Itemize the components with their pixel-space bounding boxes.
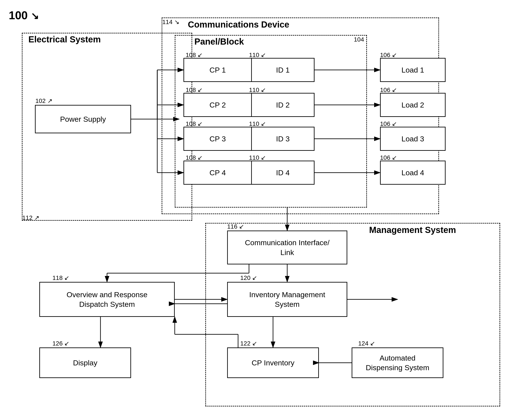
display-box: Display [39,347,131,378]
id3-box: ID 3 [251,127,315,151]
cp1-label: CP 1 [209,65,226,75]
figure-arrow: ↘ [31,10,39,21]
comm-device-title: Communications Device [188,20,289,30]
panel-block-title: Panel/Block [194,37,244,46]
overview-dispatch-label: Overview and Response Dispatch System [67,290,148,309]
cp1-ref: 108 ↙ [186,51,203,59]
load4-ref: 106 ↙ [380,154,397,161]
id1-label: ID 1 [276,65,290,75]
cp2-label: CP 2 [209,100,226,110]
management-system-title: Management System [369,225,456,235]
load2-box: Load 2 [380,93,446,117]
id2-box: ID 2 [251,93,315,117]
cp-inventory-box: CP Inventory [227,347,319,378]
auto-dispensing-box: Automated Dispensing System [352,347,443,378]
display-label: Display [73,358,97,368]
figure-number-text: 100 [9,9,28,22]
id3-label: ID 3 [276,134,290,143]
power-supply-ref: 102 ↗ [35,97,52,105]
cp4-ref: 108 ↙ [186,154,203,161]
comm-device-ref: 114 ↘ [162,18,179,26]
cp3-ref: 108 ↙ [186,120,203,128]
comm-interface-ref: 116 ↙ [227,223,244,230]
cp4-label: CP 4 [209,168,226,177]
electrical-system-ref: 112 ↗ [22,214,39,221]
figure-number: 100 ↘ [9,9,39,22]
load3-label: Load 3 [401,134,424,143]
overview-ref: 118 ↙ [52,274,69,281]
comm-interface-box: Communication Interface/ Link [227,231,347,264]
id2-label: ID 2 [276,100,290,110]
load4-box: Load 4 [380,161,446,185]
id4-box: ID 4 [251,161,315,185]
cp2-box: CP 2 [184,93,251,117]
cp-inventory-label: CP Inventory [252,358,295,368]
cp3-label: CP 3 [209,134,226,143]
load1-label: Load 1 [401,65,424,75]
load2-ref: 106 ↙ [380,86,397,94]
id4-ref: 110 ↙ [249,154,266,161]
inventory-mgmt-box: Inventory Management System [227,282,347,317]
id1-box: ID 1 [251,58,315,82]
inventory-mgmt-label: Inventory Management System [249,290,325,309]
load1-box: Load 1 [380,58,446,82]
power-supply-label: Power Supply [60,114,106,124]
cp-inventory-ref: 122 ↙ [240,340,257,347]
comm-interface-label: Communication Interface/ Link [245,238,329,257]
id1-ref: 110 ↙ [249,51,266,59]
id2-ref: 110 ↙ [249,86,266,94]
id3-ref: 110 ↙ [249,120,266,128]
load3-box: Load 3 [380,127,446,151]
cp4-box: CP 4 [184,161,251,185]
diagram: 100 ↘ Electrical System 112 ↗ Communicat… [9,9,501,411]
load1-ref: 106 ↙ [380,51,397,59]
auto-dispensing-label: Automated Dispensing System [366,353,429,372]
cp2-ref: 108 ↙ [186,86,203,94]
cp3-box: CP 3 [184,127,251,151]
id4-label: ID 4 [276,168,290,177]
cp1-box: CP 1 [184,58,251,82]
panel-block-ref: 104 [354,36,364,43]
electrical-system-title: Electrical System [28,35,101,44]
inventory-mgmt-ref: 120 ↙ [240,274,257,281]
power-supply-box: Power Supply [35,105,131,133]
load4-label: Load 4 [401,168,424,177]
load3-ref: 106 ↙ [380,120,397,128]
display-ref: 126 ↙ [52,340,69,347]
auto-dispensing-ref: 124 ↙ [358,340,375,347]
load2-label: Load 2 [401,100,424,110]
overview-dispatch-box: Overview and Response Dispatch System [39,282,175,317]
